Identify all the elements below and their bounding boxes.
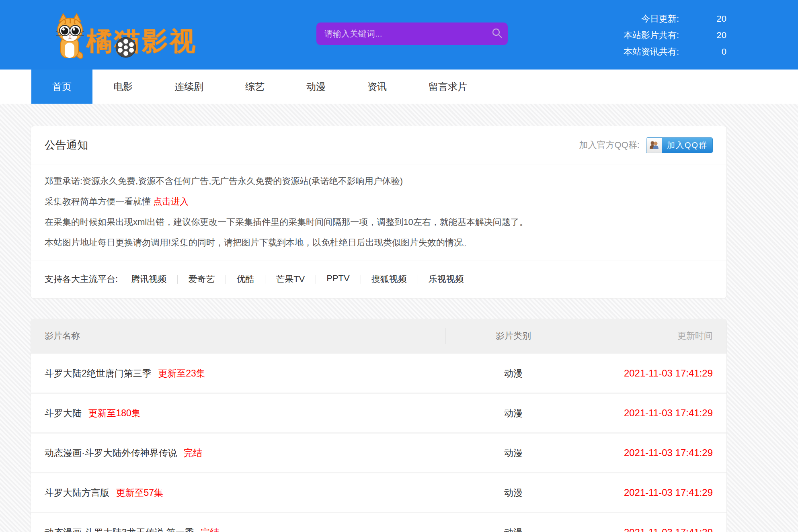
- cat-logo-icon: [55, 13, 85, 61]
- video-title[interactable]: 动态漫画·斗罗大陆3龙王传说 第一季: [45, 527, 194, 532]
- platform-link[interactable]: 乐视视频: [418, 273, 475, 285]
- video-update-time: 2021-11-03 17:41:29: [582, 487, 726, 498]
- stat-row: 今日更新: 20: [624, 10, 726, 27]
- stat-label: 本站资讯共有:: [624, 43, 679, 60]
- platform-link[interactable]: 爱奇艺: [177, 273, 226, 285]
- stat-value: 20: [679, 10, 726, 27]
- stat-label: 今日更新:: [624, 10, 679, 27]
- site-header: 橘猫影视 今日更新: 2: [0, 0, 798, 70]
- video-category[interactable]: 动漫: [445, 487, 582, 499]
- notice-line: 本站图片地址每日更换请勿调用!采集的同时，请把图片下载到本地，以免杜绝日后出现类…: [45, 232, 713, 253]
- notice-panel: 公告通知 加入官方QQ群: 加入QQ群 郑重承诺:资: [31, 126, 727, 299]
- notice-line: 在采集的时候如果出现xml出错，建议你更改一下采集插件里的采集时间间隔那一项，调…: [45, 212, 713, 232]
- column-header-category: 影片类别: [445, 330, 582, 342]
- notice-line: 郑重承诺:资源永久免费,资源不含任何广告,无广告永久免费的资源站(承诺绝不影响用…: [45, 171, 713, 191]
- notice-body: 郑重承诺:资源永久免费,资源不含任何广告,无广告永久免费的资源站(承诺绝不影响用…: [31, 164, 726, 260]
- platforms-bar: 支持各大主流平台: 腾讯视频 爱奇艺 优酷 芒果TV PPTV 搜狐视频 乐视视…: [31, 260, 726, 298]
- video-update-time: 2021-11-03 17:41:29: [582, 447, 726, 458]
- video-update-time: 2021-11-03 17:41:29: [582, 527, 726, 532]
- column-header-time: 更新时间: [582, 330, 726, 342]
- platform-link[interactable]: 优酷: [226, 273, 265, 285]
- main-content: 公告通知 加入官方QQ群: 加入QQ群 郑重承诺:资: [0, 126, 798, 532]
- video-title-cell: 动态漫画·斗罗大陆外传神界传说 完结: [31, 447, 445, 459]
- notice-line: 采集教程简单方便一看就懂 点击进入: [45, 191, 713, 212]
- video-list-header: 影片名称 影片类别 更新时间: [31, 319, 726, 353]
- video-title[interactable]: 斗罗大陆方言版: [45, 487, 109, 498]
- video-title[interactable]: 斗罗大陆2绝世唐门第三季: [45, 368, 152, 379]
- video-title-cell: 斗罗大陆方言版 更新至57集: [31, 487, 445, 499]
- stat-label: 本站影片共有:: [624, 27, 679, 43]
- video-title[interactable]: 斗罗大陆: [45, 408, 82, 418]
- video-title-cell: 斗罗大陆 更新至180集: [31, 407, 445, 419]
- platform-link[interactable]: 搜狐视频: [361, 273, 418, 285]
- video-update-time: 2021-11-03 17:41:29: [582, 407, 726, 419]
- stat-value: 0: [679, 43, 726, 60]
- tutorial-link[interactable]: 点击进入: [153, 196, 189, 207]
- video-status: 更新至57集: [116, 487, 163, 498]
- video-update-time: 2021-11-03 17:41:29: [582, 368, 726, 379]
- video-row[interactable]: 斗罗大陆 更新至180集 动漫 2021-11-03 17:41:29: [31, 393, 726, 432]
- video-category[interactable]: 动漫: [445, 407, 582, 419]
- nav-item[interactable]: 留言求片: [408, 70, 488, 104]
- nav-item[interactable]: 连续剧: [154, 70, 224, 104]
- video-list-panel: 影片名称 影片类别 更新时间 斗罗大陆2绝世唐门第三季 更新至23集 动漫 20…: [31, 319, 727, 532]
- video-status: 完结: [201, 527, 219, 532]
- video-status: 完结: [184, 448, 202, 458]
- main-nav: 首页 电影 连续剧 综艺 动漫 资讯 留言求片: [0, 70, 798, 104]
- video-row[interactable]: 斗罗大陆2绝世唐门第三季 更新至23集 动漫 2021-11-03 17:41:…: [31, 353, 726, 393]
- notice-title: 公告通知: [45, 138, 88, 152]
- column-header-title: 影片名称: [31, 330, 445, 342]
- video-title-cell: 斗罗大陆2绝世唐门第三季 更新至23集: [31, 367, 445, 380]
- film-reel-icon: [115, 37, 136, 59]
- search-icon[interactable]: [492, 28, 502, 40]
- stat-value: 20: [679, 27, 726, 43]
- nav-item[interactable]: 资讯: [347, 70, 408, 104]
- qq-area: 加入官方QQ群: 加入QQ群: [579, 137, 713, 153]
- join-qq-button-label: 加入QQ群: [662, 138, 712, 153]
- video-status: 更新至180集: [88, 408, 140, 418]
- nav-item[interactable]: 首页: [31, 70, 92, 104]
- video-row[interactable]: 动态漫画·斗罗大陆外传神界传说 完结 动漫 2021-11-03 17:41:2…: [31, 432, 726, 472]
- video-category[interactable]: 动漫: [445, 526, 582, 532]
- site-stats: 今日更新: 20 本站影片共有: 20 本站资讯共有: 0: [624, 10, 726, 60]
- notice-header: 公告通知 加入官方QQ群: 加入QQ群: [31, 126, 726, 164]
- stat-row: 本站资讯共有: 0: [624, 43, 726, 60]
- notice-line-text: 采集教程简单方便一看就懂: [45, 196, 151, 207]
- qq-people-icon: [646, 138, 662, 153]
- platforms-label: 支持各大主流平台:: [45, 273, 118, 285]
- qq-group-label: 加入官方QQ群:: [579, 139, 640, 151]
- stat-row: 本站影片共有: 20: [624, 27, 726, 43]
- nav-item[interactable]: 电影: [92, 70, 154, 104]
- site-logo[interactable]: 橘猫影视: [55, 11, 208, 59]
- video-title-cell: 动态漫画·斗罗大陆3龙王传说 第一季 完结: [31, 526, 445, 532]
- platform-link[interactable]: 腾讯视频: [120, 273, 177, 285]
- video-category[interactable]: 动漫: [445, 367, 582, 380]
- search-input[interactable]: [316, 29, 492, 39]
- platform-link[interactable]: PPTV: [316, 273, 360, 285]
- video-title[interactable]: 动态漫画·斗罗大陆外传神界传说: [45, 448, 177, 458]
- site-title: 橘猫影视: [86, 28, 197, 54]
- nav-item[interactable]: 综艺: [224, 70, 285, 104]
- nav-item[interactable]: 动漫: [285, 70, 347, 104]
- video-row[interactable]: 动态漫画·斗罗大陆3龙王传说 第一季 完结 动漫 2021-11-03 17:4…: [31, 512, 726, 532]
- video-status: 更新至23集: [158, 368, 205, 379]
- platform-link[interactable]: 芒果TV: [265, 273, 316, 285]
- search-bar: [316, 23, 508, 45]
- video-category[interactable]: 动漫: [445, 447, 582, 459]
- join-qq-button[interactable]: 加入QQ群: [646, 137, 713, 153]
- video-row[interactable]: 斗罗大陆方言版 更新至57集 动漫 2021-11-03 17:41:29: [31, 472, 726, 512]
